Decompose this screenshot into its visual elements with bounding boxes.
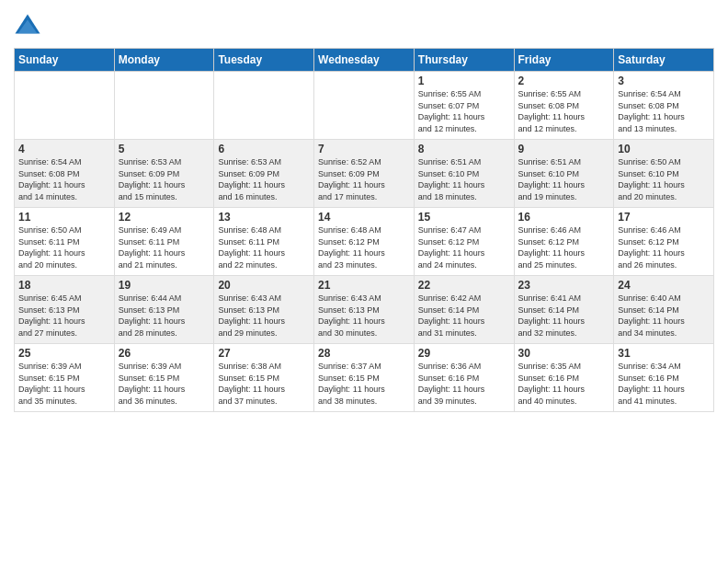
day-number-26: 26 — [119, 347, 210, 360]
day-cell-18: 18Sunrise: 6:45 AM Sunset: 6:13 PM Dayli… — [15, 276, 115, 344]
day-number-2: 2 — [518, 75, 610, 87]
day-info-21: Sunrise: 6:43 AM Sunset: 6:13 PM Dayligh… — [318, 293, 385, 338]
day-info-3: Sunrise: 6:54 AM Sunset: 6:08 PM Dayligh… — [618, 89, 685, 133]
weekday-header-wednesday: Wednesday — [314, 49, 415, 72]
day-number-28: 28 — [318, 347, 410, 360]
day-number-9: 9 — [518, 143, 610, 155]
day-info-23: Sunrise: 6:41 AM Sunset: 6:14 PM Dayligh… — [518, 293, 586, 338]
day-info-24: Sunrise: 6:40 AM Sunset: 6:14 PM Dayligh… — [618, 293, 685, 338]
week-row-3: 11Sunrise: 6:50 AM Sunset: 6:11 PM Dayli… — [15, 208, 714, 276]
day-info-27: Sunrise: 6:38 AM Sunset: 6:15 PM Dayligh… — [218, 362, 285, 406]
day-info-11: Sunrise: 6:50 AM Sunset: 6:11 PM Dayligh… — [18, 225, 85, 270]
week-row-1: 1Sunrise: 6:55 AM Sunset: 6:07 PM Daylig… — [15, 72, 714, 140]
day-number-7: 7 — [318, 143, 410, 155]
day-number-5: 5 — [119, 143, 210, 155]
empty-cell — [314, 72, 415, 140]
logo — [14, 13, 43, 40]
day-number-3: 3 — [618, 75, 710, 87]
day-number-10: 10 — [618, 143, 710, 155]
day-cell-27: 27Sunrise: 6:38 AM Sunset: 6:15 PM Dayli… — [214, 344, 314, 412]
day-info-19: Sunrise: 6:44 AM Sunset: 6:13 PM Dayligh… — [119, 293, 186, 338]
day-info-9: Sunrise: 6:51 AM Sunset: 6:10 PM Dayligh… — [518, 157, 586, 201]
day-cell-2: 2Sunrise: 6:55 AM Sunset: 6:08 PM Daylig… — [514, 72, 614, 140]
day-info-25: Sunrise: 6:39 AM Sunset: 6:15 PM Dayligh… — [18, 362, 85, 406]
empty-cell — [214, 72, 314, 140]
day-number-29: 29 — [418, 347, 510, 360]
day-info-4: Sunrise: 6:54 AM Sunset: 6:08 PM Dayligh… — [18, 157, 85, 201]
day-number-6: 6 — [218, 143, 310, 155]
day-number-8: 8 — [418, 143, 510, 155]
day-info-5: Sunrise: 6:53 AM Sunset: 6:09 PM Dayligh… — [119, 157, 186, 201]
weekday-header-row: SundayMondayTuesdayWednesdayThursdayFrid… — [15, 49, 714, 72]
day-cell-30: 30Sunrise: 6:35 AM Sunset: 6:16 PM Dayli… — [514, 344, 614, 412]
empty-cell — [15, 72, 115, 140]
day-number-21: 21 — [318, 279, 410, 292]
day-cell-15: 15Sunrise: 6:47 AM Sunset: 6:12 PM Dayli… — [414, 208, 514, 276]
day-cell-28: 28Sunrise: 6:37 AM Sunset: 6:15 PM Dayli… — [314, 344, 415, 412]
weekday-header-tuesday: Tuesday — [214, 49, 314, 72]
day-cell-29: 29Sunrise: 6:36 AM Sunset: 6:16 PM Dayli… — [414, 344, 514, 412]
day-info-7: Sunrise: 6:52 AM Sunset: 6:09 PM Dayligh… — [318, 157, 385, 201]
day-number-30: 30 — [518, 347, 610, 360]
day-cell-22: 22Sunrise: 6:42 AM Sunset: 6:14 PM Dayli… — [414, 276, 514, 344]
week-row-5: 25Sunrise: 6:39 AM Sunset: 6:15 PM Dayli… — [15, 344, 714, 412]
day-cell-7: 7Sunrise: 6:52 AM Sunset: 6:09 PM Daylig… — [314, 140, 415, 208]
day-info-22: Sunrise: 6:42 AM Sunset: 6:14 PM Dayligh… — [418, 293, 485, 338]
day-number-18: 18 — [18, 279, 110, 292]
day-number-14: 14 — [318, 211, 410, 224]
day-number-13: 13 — [218, 211, 310, 224]
day-number-23: 23 — [518, 279, 610, 292]
day-cell-8: 8Sunrise: 6:51 AM Sunset: 6:10 PM Daylig… — [414, 140, 514, 208]
day-info-13: Sunrise: 6:48 AM Sunset: 6:11 PM Dayligh… — [218, 225, 285, 270]
day-number-17: 17 — [618, 211, 710, 224]
day-cell-3: 3Sunrise: 6:54 AM Sunset: 6:08 PM Daylig… — [614, 72, 714, 140]
day-cell-16: 16Sunrise: 6:46 AM Sunset: 6:12 PM Dayli… — [514, 208, 614, 276]
day-info-12: Sunrise: 6:49 AM Sunset: 6:11 PM Dayligh… — [119, 225, 186, 270]
day-cell-25: 25Sunrise: 6:39 AM Sunset: 6:15 PM Dayli… — [15, 344, 115, 412]
day-info-10: Sunrise: 6:50 AM Sunset: 6:10 PM Dayligh… — [618, 157, 685, 201]
generalblue-logo-icon — [14, 13, 41, 40]
day-info-16: Sunrise: 6:46 AM Sunset: 6:12 PM Dayligh… — [518, 225, 586, 270]
day-number-12: 12 — [119, 211, 210, 224]
day-info-31: Sunrise: 6:34 AM Sunset: 6:16 PM Dayligh… — [618, 362, 685, 406]
day-cell-9: 9Sunrise: 6:51 AM Sunset: 6:10 PM Daylig… — [514, 140, 614, 208]
day-cell-4: 4Sunrise: 6:54 AM Sunset: 6:08 PM Daylig… — [15, 140, 115, 208]
day-number-22: 22 — [418, 279, 510, 292]
day-number-4: 4 — [18, 143, 110, 155]
day-number-15: 15 — [418, 211, 510, 224]
empty-cell — [114, 72, 214, 140]
day-info-26: Sunrise: 6:39 AM Sunset: 6:15 PM Dayligh… — [119, 362, 186, 406]
day-info-30: Sunrise: 6:35 AM Sunset: 6:16 PM Dayligh… — [518, 362, 586, 406]
day-info-29: Sunrise: 6:36 AM Sunset: 6:16 PM Dayligh… — [418, 362, 485, 406]
day-info-28: Sunrise: 6:37 AM Sunset: 6:15 PM Dayligh… — [318, 362, 385, 406]
day-cell-6: 6Sunrise: 6:53 AM Sunset: 6:09 PM Daylig… — [214, 140, 314, 208]
weekday-header-saturday: Saturday — [614, 49, 714, 72]
day-cell-23: 23Sunrise: 6:41 AM Sunset: 6:14 PM Dayli… — [514, 276, 614, 344]
day-cell-20: 20Sunrise: 6:43 AM Sunset: 6:13 PM Dayli… — [214, 276, 314, 344]
day-info-18: Sunrise: 6:45 AM Sunset: 6:13 PM Dayligh… — [18, 293, 85, 338]
weekday-header-friday: Friday — [514, 49, 614, 72]
calendar-table: SundayMondayTuesdayWednesdayThursdayFrid… — [14, 48, 714, 412]
weekday-header-monday: Monday — [114, 49, 214, 72]
week-row-2: 4Sunrise: 6:54 AM Sunset: 6:08 PM Daylig… — [15, 140, 714, 208]
day-info-6: Sunrise: 6:53 AM Sunset: 6:09 PM Dayligh… — [218, 157, 285, 201]
weekday-header-thursday: Thursday — [414, 49, 514, 72]
day-number-27: 27 — [218, 347, 310, 360]
day-cell-14: 14Sunrise: 6:48 AM Sunset: 6:12 PM Dayli… — [314, 208, 415, 276]
day-number-20: 20 — [218, 279, 310, 292]
day-info-15: Sunrise: 6:47 AM Sunset: 6:12 PM Dayligh… — [418, 225, 485, 270]
day-cell-17: 17Sunrise: 6:46 AM Sunset: 6:12 PM Dayli… — [614, 208, 714, 276]
day-info-8: Sunrise: 6:51 AM Sunset: 6:10 PM Dayligh… — [418, 157, 485, 201]
day-number-25: 25 — [18, 347, 110, 360]
day-info-14: Sunrise: 6:48 AM Sunset: 6:12 PM Dayligh… — [318, 225, 385, 270]
day-number-24: 24 — [618, 279, 710, 292]
day-number-19: 19 — [119, 279, 210, 292]
day-cell-1: 1Sunrise: 6:55 AM Sunset: 6:07 PM Daylig… — [414, 72, 514, 140]
day-cell-11: 11Sunrise: 6:50 AM Sunset: 6:11 PM Dayli… — [15, 208, 115, 276]
day-info-17: Sunrise: 6:46 AM Sunset: 6:12 PM Dayligh… — [618, 225, 685, 270]
day-number-1: 1 — [418, 75, 510, 87]
week-row-4: 18Sunrise: 6:45 AM Sunset: 6:13 PM Dayli… — [15, 276, 714, 344]
day-cell-13: 13Sunrise: 6:48 AM Sunset: 6:11 PM Dayli… — [214, 208, 314, 276]
day-cell-12: 12Sunrise: 6:49 AM Sunset: 6:11 PM Dayli… — [114, 208, 214, 276]
day-cell-19: 19Sunrise: 6:44 AM Sunset: 6:13 PM Dayli… — [114, 276, 214, 344]
